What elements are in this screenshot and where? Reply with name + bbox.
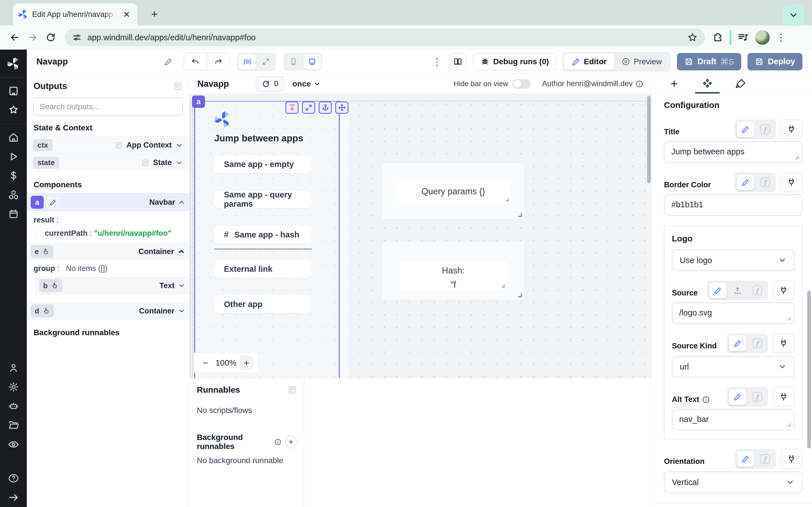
nav-item-empty[interactable]: Same app - empty <box>214 156 312 173</box>
refresh-mode-dropdown[interactable]: once <box>292 79 321 89</box>
schedules-calendar-icon[interactable] <box>4 205 22 224</box>
edit-id-pencil-icon[interactable] <box>47 196 59 209</box>
draft-button[interactable]: Draft ⌘S <box>677 53 741 70</box>
state-row[interactable]: state State <box>27 154 189 171</box>
function-mode-button[interactable]: f <box>749 283 766 298</box>
resize-handle-icon[interactable] <box>502 284 505 288</box>
insert-component-tab[interactable]: + <box>665 74 683 94</box>
scrollbar-thumb[interactable] <box>647 96 651 183</box>
collapse-arrow-icon[interactable] <box>4 488 22 507</box>
connect-plug-button[interactable] <box>772 281 795 300</box>
resize-corner-icon[interactable] <box>786 422 792 428</box>
variables-dollar-icon[interactable] <box>4 166 22 185</box>
redo-button[interactable] <box>207 53 229 70</box>
deploy-button[interactable]: Deploy <box>748 53 802 70</box>
robot-icon[interactable] <box>4 397 22 416</box>
ctx-row[interactable]: ctx App Context <box>27 136 189 154</box>
centered-layout-button[interactable] <box>239 54 256 69</box>
info-icon[interactable] <box>274 438 282 446</box>
chevron-down-icon[interactable] <box>175 142 183 149</box>
home-icon[interactable] <box>4 128 22 147</box>
expand-down-button[interactable] <box>285 101 299 114</box>
component-row-container-e[interactable]: e Container <box>27 243 189 260</box>
panel-doc-icon[interactable] <box>173 82 183 91</box>
browser-menu-icon[interactable]: ⋮ <box>776 32 786 43</box>
expand-button[interactable] <box>302 101 315 114</box>
static-pencil-button[interactable] <box>709 283 726 298</box>
help-icon[interactable] <box>4 469 22 488</box>
static-pencil-button[interactable] <box>737 451 754 467</box>
use-logo-select[interactable]: Use logo <box>672 249 795 271</box>
nav-item-external-link[interactable]: External link <box>214 260 312 278</box>
docs-button[interactable] <box>449 53 467 70</box>
editor-tab[interactable]: Editor <box>564 54 614 70</box>
eye-icon[interactable] <box>4 435 22 454</box>
component-row-navbar[interactable]: a Navbar <box>27 193 189 211</box>
undo-button[interactable] <box>184 53 207 70</box>
new-tab-button[interactable]: + <box>147 6 162 22</box>
nav-item-hash[interactable]: # Same app - hash <box>214 226 312 243</box>
hash-text-box[interactable]: Hash: "f <box>400 262 507 290</box>
chevron-down-icon[interactable] <box>178 307 185 315</box>
app-canvas[interactable]: Jump between apps Same app - empty Same … <box>190 94 651 378</box>
orientation-select[interactable]: Vertical <box>664 471 802 493</box>
rename-pencil-icon[interactable] <box>164 57 173 66</box>
static-pencil-button[interactable] <box>729 335 746 351</box>
static-pencil-button[interactable] <box>737 174 754 190</box>
query-params-text-box[interactable]: Query params {} <box>396 179 511 204</box>
workspace-icon[interactable] <box>4 81 22 101</box>
info-icon[interactable] <box>636 80 644 88</box>
chevron-down-icon[interactable] <box>178 282 185 289</box>
hash-container[interactable]: Hash: "f <box>382 242 524 300</box>
reload-button[interactable] <box>43 30 59 45</box>
extensions-icon[interactable] <box>712 32 723 43</box>
bookmark-star-icon[interactable] <box>688 33 698 43</box>
user-icon[interactable] <box>4 358 22 378</box>
folders-icon[interactable] <box>4 416 22 435</box>
resize-handle-icon[interactable] <box>518 293 522 297</box>
resources-cubes-icon[interactable] <box>4 185 22 205</box>
media-controls-icon[interactable] <box>738 32 749 43</box>
move-button[interactable] <box>335 101 349 114</box>
windmill-logo[interactable] <box>4 54 22 73</box>
source-kind-select[interactable]: url <box>672 356 795 378</box>
function-mode-button[interactable]: f <box>749 389 766 405</box>
runs-play-icon[interactable] <box>4 147 22 166</box>
selected-navbar-component[interactable]: Jump between apps Same app - empty Same … <box>194 101 340 378</box>
url-bar[interactable]: app.windmill.dev/apps/edit/u/henri/navap… <box>65 29 705 46</box>
component-row-text-b[interactable]: b Text <box>35 277 189 294</box>
connect-plug-button[interactable] <box>780 119 802 139</box>
component-settings-tab[interactable] <box>698 74 716 94</box>
component-id-tab[interactable]: a <box>192 96 205 108</box>
resize-handle-icon[interactable] <box>506 198 509 202</box>
forward-button[interactable] <box>25 30 41 45</box>
container-e-group[interactable]: group : No items ([]) <box>27 260 189 277</box>
toolbar-menu-icon[interactable]: ⋮ <box>432 56 442 67</box>
source-input[interactable]: /logo.svg <box>672 302 795 324</box>
browser-tab[interactable]: Edit App u/henri/navapp | Win ✕ <box>13 3 137 25</box>
styling-brush-tab[interactable] <box>732 74 750 94</box>
search-outputs-input[interactable] <box>33 98 183 116</box>
connect-plug-button[interactable] <box>780 172 802 192</box>
zoom-in-button[interactable]: + <box>239 355 254 370</box>
tab-close-icon[interactable]: ✕ <box>121 9 132 20</box>
favorites-star-icon[interactable] <box>4 101 22 120</box>
preview-tab[interactable]: Preview <box>614 54 669 70</box>
component-row-container-d[interactable]: d Container <box>27 302 189 320</box>
debug-runs-button[interactable]: Debug runs (0) <box>473 53 556 70</box>
back-button[interactable] <box>7 30 22 45</box>
chevron-down-icon[interactable] <box>175 159 183 166</box>
alt-text-input[interactable]: nav_bar <box>672 409 795 431</box>
connect-plug-button[interactable] <box>780 449 802 469</box>
refresh-count-button[interactable]: 0 <box>256 76 284 92</box>
resize-corner-icon[interactable] <box>786 316 792 321</box>
resize-handle-icon[interactable] <box>518 213 522 217</box>
static-pencil-button[interactable] <box>729 389 746 405</box>
connect-plug-button[interactable] <box>772 387 795 407</box>
static-pencil-button[interactable] <box>737 121 754 137</box>
border-color-input[interactable]: #b1b1b1 <box>664 194 802 216</box>
settings-gear-icon[interactable] <box>4 378 22 397</box>
query-params-container[interactable]: Query params {} <box>382 163 524 219</box>
mobile-view-button[interactable] <box>285 54 302 69</box>
canvas-scrollbar[interactable] <box>647 96 651 376</box>
